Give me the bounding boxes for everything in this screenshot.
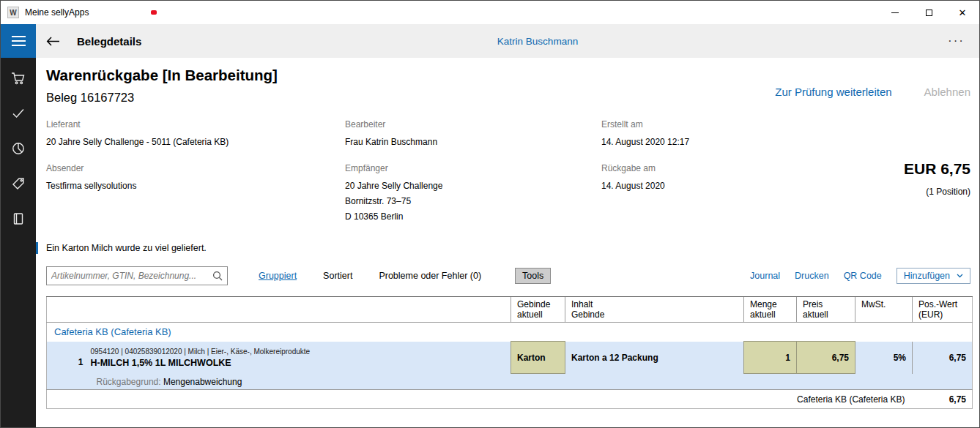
row-description-cell: 1 0954120 | 04025839012020 | Milch | Eie… (66, 342, 511, 374)
table-footer-row: Cafeteria KB (Cafeteria KB) 6,75 (47, 390, 973, 409)
total-positions: (1 Position) (904, 187, 970, 197)
row-number: 1 (66, 348, 91, 367)
minimize-button[interactable] (878, 1, 912, 24)
sidebar-item-cart[interactable] (1, 61, 36, 96)
row-select-cell (47, 342, 66, 374)
row-article-name: H-MILCH 1,5% 1L MILCHWOLKE (91, 358, 311, 368)
positions-table: Gebindeaktuell InhaltGebinde Mengeaktuel… (46, 296, 973, 409)
book-icon (11, 211, 26, 226)
field-erstellt-am: Erstellt am 14. August 2020 12:17 (601, 119, 970, 150)
document-fields: Lieferant 20 Jahre Selly Challenge - 501… (46, 119, 970, 225)
menu-icon (12, 36, 26, 37)
header-empty-narrow (47, 297, 66, 323)
sidebar-item-prices[interactable] (1, 166, 36, 201)
cell-menge[interactable]: 1 (744, 342, 797, 374)
footer-group-label: Cafeteria KB (Cafeteria KB) (47, 390, 913, 409)
search-input[interactable] (47, 267, 212, 285)
return-reason-label: Rückgabegrund: (97, 377, 161, 387)
return-reason-cell: Rückgabegrund: Mengenabweichung (66, 374, 973, 390)
search-icon[interactable] (212, 271, 223, 281)
document-title: Warenrückgabe [In Bearbeitung] (46, 67, 970, 84)
cell-preis[interactable]: 6,75 (797, 342, 855, 374)
hamburger-menu-button[interactable] (1, 24, 36, 58)
header-poswert: Pos.-Wert(EUR) (913, 297, 973, 323)
tag-icon (11, 176, 26, 191)
user-name-container: Katrin Buschmann (1, 24, 979, 58)
sidebar-item-tasks[interactable] (1, 96, 36, 131)
search-box (46, 266, 228, 285)
field-empfaenger: Empfänger 20 Jahre Selly Challenge Borni… (345, 163, 601, 225)
forward-for-review-button[interactable]: Zur Prüfung weiterleiten (775, 86, 891, 98)
note-text: Ein Karton Milch wurde zu viel geliefert… (46, 243, 207, 253)
checkmark-icon (11, 106, 26, 121)
document-actions: Zur Prüfung weiterleiten Ablehnen (775, 86, 970, 98)
back-button[interactable] (36, 24, 70, 58)
sorted-toggle[interactable]: Sortiert (323, 271, 352, 281)
print-link[interactable]: Drucken (795, 271, 829, 281)
chevron-down-icon (957, 274, 963, 278)
return-reason-row: Rückgabegrund: Mengenabweichung (47, 374, 973, 390)
cell-gebinde[interactable]: Karton (511, 342, 565, 374)
qr-code-link[interactable]: QR Code (844, 271, 882, 281)
reject-button[interactable]: Ablehnen (924, 86, 970, 98)
field-absender: Absender Testfirma sellysolutions (46, 163, 345, 225)
more-button[interactable]: ··· (933, 24, 979, 58)
problems-filter[interactable]: Probleme oder Fehler (0) (379, 271, 481, 281)
app-window: { "colors": { "accent": "#0e68b0", "side… (0, 0, 980, 428)
close-button[interactable]: ✕ (946, 1, 979, 24)
return-reason-value: Mengenabweichung (163, 377, 242, 387)
tools-button[interactable]: Tools (515, 268, 551, 284)
maximize-icon (926, 10, 932, 16)
field-bearbeiter: Bearbeiter Frau Katrin Buschmann (345, 119, 601, 150)
add-button[interactable]: Hinzufügen (897, 268, 970, 284)
close-icon: ✕ (959, 8, 967, 18)
row-meta: 0954120 | 04025839012020 | Milch | Eier-… (91, 348, 311, 356)
cell-mwst: 5% (855, 342, 913, 374)
group-header-row[interactable]: Cafeteria KB (Cafeteria KB) (47, 323, 973, 342)
header-inhalt: InhaltGebinde (565, 297, 744, 323)
app-header: Belegdetails Katrin Buschmann ··· (1, 24, 979, 58)
pie-chart-icon (11, 141, 26, 156)
page-title: Belegdetails (77, 35, 141, 48)
note-accent-bar (36, 242, 38, 254)
sidebar-item-journal[interactable] (1, 201, 36, 236)
header-menge: Mengeaktuell (744, 297, 797, 323)
table-header-row: Gebindeaktuell InhaltGebinde Mengeaktuel… (47, 297, 973, 323)
toolbar-right: Journal Drucken QR Code Hinzufügen (750, 268, 970, 284)
sidebar (1, 58, 36, 427)
cell-poswert: 6,75 (913, 342, 973, 374)
total-amount: EUR 6,75 (904, 160, 970, 178)
minimize-icon (891, 12, 899, 13)
journal-link[interactable]: Journal (750, 271, 780, 281)
window-controls: ✕ (878, 1, 979, 24)
field-lieferant: Lieferant 20 Jahre Selly Challenge - 501… (46, 119, 345, 150)
cart-icon (11, 71, 26, 86)
main-content: Warenrückgabe [In Bearbeitung] Beleg 161… (36, 58, 979, 427)
header-mwst: MwSt. (855, 297, 913, 323)
document-header: Warenrückgabe [In Bearbeitung] Beleg 161… (46, 67, 970, 105)
header-preis: Preisaktuell (797, 297, 855, 323)
notification-dot (151, 10, 157, 15)
titlebar: W Meine sellyApps ✕ (1, 1, 979, 24)
maximize-button[interactable] (912, 1, 946, 24)
document-note: Ein Karton Milch wurde zu viel geliefert… (36, 242, 970, 254)
grouped-toggle[interactable]: Gruppiert (259, 271, 297, 281)
cell-inhalt[interactable]: Karton a 12 Packung (565, 342, 744, 374)
add-button-label: Hinzufügen (904, 271, 950, 281)
user-name[interactable]: Katrin Buschmann (497, 36, 578, 47)
group-header-label: Cafeteria KB (Cafeteria KB) (47, 323, 973, 342)
table-row[interactable]: 1 0954120 | 04025839012020 | Milch | Eie… (47, 342, 973, 374)
items-toolbar: Gruppiert Sortiert Probleme oder Fehler … (46, 266, 970, 286)
document-total: EUR 6,75 (1 Position) (904, 160, 970, 197)
header-gebinde: Gebindeaktuell (511, 297, 565, 323)
app-logo-icon: W (7, 7, 19, 18)
footer-group-total: 6,75 (913, 390, 973, 409)
sidebar-item-reports[interactable] (1, 131, 36, 166)
header-description (66, 297, 511, 323)
window-title: Meine sellyApps (25, 7, 89, 18)
back-arrow-icon (46, 37, 60, 46)
